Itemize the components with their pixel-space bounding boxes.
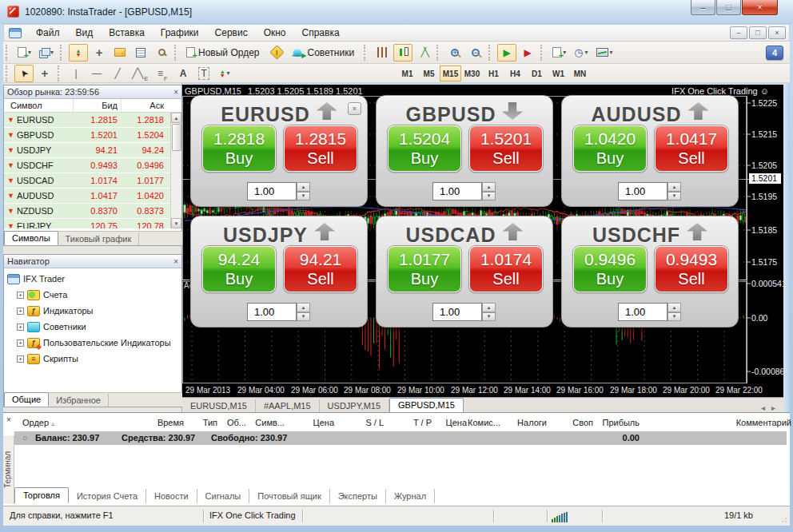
lot-decrease-button[interactable]: ▼ <box>297 192 310 201</box>
expand-icon[interactable]: + <box>17 324 24 331</box>
mdi-minimize-button[interactable]: – <box>730 26 747 39</box>
tab-journal[interactable]: Журнал <box>386 489 435 503</box>
tab-experts[interactable]: Эксперты <box>330 489 386 503</box>
col-time[interactable]: Время <box>120 418 184 427</box>
col-taxes[interactable]: Налоги <box>499 418 547 427</box>
tree-item-scripts[interactable]: + ≡ Скрипты <box>7 351 181 367</box>
menu-tools[interactable]: Сервис <box>207 25 256 41</box>
sell-button[interactable]: 1.0417Sell <box>655 125 728 172</box>
scroll-up-icon[interactable]: ▲ <box>171 113 181 123</box>
cursor-tool-button[interactable]: ➤ <box>14 65 34 82</box>
lot-decrease-button[interactable]: ▼ <box>667 312 681 322</box>
tab-common[interactable]: Общие <box>4 392 49 407</box>
menu-file[interactable]: Файл <box>28 25 68 41</box>
new-order-button[interactable]: + Новый Ордер <box>183 44 265 62</box>
menu-help[interactable]: Справка <box>294 25 348 41</box>
buy-button[interactable]: 94.24Buy <box>202 246 276 292</box>
lot-decrease-button[interactable]: ▼ <box>482 192 496 201</box>
tree-item-indicators[interactable]: + ƒ Индикаторы <box>7 303 181 319</box>
crosshair-tool-button[interactable]: + <box>35 65 54 82</box>
terminal-close-icon[interactable]: × <box>6 415 11 424</box>
expand-icon[interactable]: + <box>17 292 24 299</box>
expand-icon[interactable]: + <box>17 339 24 347</box>
market-watch-scrollbar[interactable]: ▲ ▼ <box>170 113 181 228</box>
toolbar-handle[interactable] <box>6 45 11 61</box>
toolbar-handle[interactable] <box>6 66 11 81</box>
tab-account-history[interactable]: История Счета <box>69 489 146 503</box>
profiles-button[interactable]: ▾ <box>36 44 57 62</box>
equidistant-channel-button[interactable]: ╱╲ E <box>129 65 151 82</box>
market-watch-toggle[interactable]: ▲▼ <box>69 44 88 62</box>
balance-row[interactable]: ○ Баланс: 230.97 Средства: 230.97 Свобод… <box>14 431 787 445</box>
fibonacci-button[interactable]: ≡ F <box>153 65 172 82</box>
lot-decrease-button[interactable]: ▼ <box>482 312 496 322</box>
lot-increase-button[interactable]: ▲ <box>297 303 310 312</box>
window-close-button[interactable]: × <box>742 0 778 15</box>
buy-button[interactable]: 1.5204Buy <box>388 125 461 172</box>
sell-button[interactable]: 1.2815Sell <box>284 125 357 172</box>
lot-input[interactable] <box>247 182 297 200</box>
sell-button[interactable]: 1.5201Sell <box>469 125 543 172</box>
tab-news[interactable]: Новости <box>146 489 197 503</box>
timeframe-m5[interactable]: M5 <box>418 66 440 81</box>
navigator-toggle[interactable]: ★ <box>110 44 130 62</box>
tab-scroll-left-icon[interactable]: ◂ <box>761 403 765 412</box>
window-minimize-button[interactable]: – <box>691 0 715 15</box>
lot-decrease-button[interactable]: ▼ <box>297 312 310 322</box>
buy-button[interactable]: 0.9496Buy <box>573 246 647 292</box>
timeframe-m1[interactable]: M1 <box>396 66 418 81</box>
lot-increase-button[interactable]: ▲ <box>667 182 681 192</box>
col-swap[interactable]: Своп <box>553 418 593 427</box>
buy-button[interactable]: 1.0420Buy <box>573 125 647 172</box>
symbol-row[interactable]: ▼GBPUSD 1.52011.5204 <box>4 128 181 143</box>
window-maximize-button[interactable]: □ <box>716 0 741 15</box>
tab-tick-chart[interactable]: Тиковый график <box>58 232 140 245</box>
scroll-down-icon[interactable]: ▼ <box>171 218 181 228</box>
timeframe-mn[interactable]: MN <box>569 66 591 81</box>
expand-icon[interactable]: + <box>17 308 24 315</box>
buy-button[interactable]: 1.0177Buy <box>388 246 461 292</box>
chart-tab-usdjpy[interactable]: USDJPY,M15 <box>320 399 389 412</box>
arrows-tool-button[interactable]: ▲▼ ▾ <box>215 65 234 82</box>
market-watch-close-icon[interactable]: × <box>173 88 178 97</box>
tree-item-accounts[interactable]: + Счета <box>7 287 181 303</box>
lot-input[interactable] <box>618 303 667 321</box>
tab-signals[interactable]: Сигналы <box>197 489 250 503</box>
chart-tab-eurusd[interactable]: EURUSD,M15 <box>182 399 256 412</box>
chart-tab-aapl[interactable]: #AAPL,M15 <box>256 399 320 412</box>
navigator-close-icon[interactable]: × <box>173 257 178 266</box>
symbol-row[interactable]: ▼USDCHF 0.94930.9496 <box>4 158 181 173</box>
lot-input[interactable] <box>432 182 482 200</box>
market-watch-header[interactable]: Обзор рынка: 23:59:56 × <box>4 85 181 99</box>
col-volume[interactable]: Об... <box>214 418 246 427</box>
timeframe-m30[interactable]: M30 <box>461 66 483 81</box>
templates-button[interactable]: ▾ <box>593 44 616 62</box>
timeframe-m15[interactable]: M15 <box>440 66 461 81</box>
scrollbar-thumb[interactable] <box>172 124 181 151</box>
col-sl[interactable]: S / L <box>337 418 384 427</box>
col-order[interactable]: Ордер ▵ <box>22 418 54 427</box>
periods-button[interactable]: ◷ ▾ <box>571 44 591 62</box>
col-tp[interactable]: T / P <box>385 418 432 427</box>
lot-input[interactable] <box>432 303 482 321</box>
symbol-row[interactable]: ▼AUDUSD 1.04171.0420 <box>4 189 181 204</box>
zoom-out-button[interactable]: − <box>466 44 485 62</box>
menu-insert[interactable]: Вставка <box>101 25 153 41</box>
terminal-vertical-tab[interactable]: Терминал <box>3 435 14 504</box>
col-comment[interactable]: Комментарий <box>671 418 791 427</box>
sell-button[interactable]: 1.0174Sell <box>469 246 543 292</box>
tree-item-experts[interactable]: + Советники <box>7 319 181 335</box>
tab-mailbox[interactable]: Почтовый ящик <box>249 489 329 503</box>
vertical-line-button[interactable]: | <box>66 65 86 82</box>
buy-button[interactable]: 1.2818Buy <box>202 125 276 172</box>
timeframe-w1[interactable]: W1 <box>548 66 569 81</box>
timeframe-h4[interactable]: H4 <box>504 66 526 81</box>
panel-close-button[interactable]: × <box>348 102 361 115</box>
menu-window[interactable]: Окно <box>256 25 294 41</box>
notifications-button[interactable]: 4 <box>766 46 783 60</box>
sell-button[interactable]: 94.21Sell <box>284 246 357 292</box>
zoom-in-button[interactable]: + <box>445 44 464 62</box>
lot-increase-button[interactable]: ▲ <box>297 182 310 192</box>
strategy-tester-button[interactable] <box>152 44 171 62</box>
resize-grip[interactable] <box>778 514 788 524</box>
